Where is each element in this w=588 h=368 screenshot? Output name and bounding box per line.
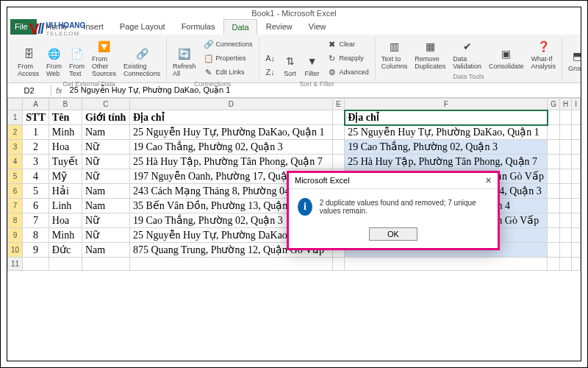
cell[interactable]: 5 — [23, 184, 49, 199]
what-if-button[interactable]: ❓What-If Analysis — [530, 38, 558, 71]
connections-button[interactable]: 🔗Connections — [202, 38, 254, 51]
cell[interactable] — [345, 258, 548, 271]
cell[interactable] — [548, 140, 560, 155]
col-C[interactable]: C — [82, 99, 129, 110]
cell[interactable] — [572, 140, 581, 155]
cell[interactable] — [82, 258, 129, 271]
filter-button[interactable]: ▼Filter — [304, 52, 321, 79]
row-1-header[interactable]: 1 — [8, 110, 23, 125]
cell[interactable]: 4 — [23, 169, 49, 184]
cell[interactable]: Nữ — [82, 155, 129, 169]
cell[interactable] — [572, 169, 581, 184]
cell[interactable] — [548, 258, 560, 271]
row-8-header[interactable]: 8 — [8, 213, 23, 228]
existing-connections-button[interactable]: 🔗Existing Connections — [122, 45, 162, 79]
text-to-columns-button[interactable]: ▥Text to Columns — [380, 38, 409, 71]
reapply-button[interactable]: ↻Reapply — [326, 52, 365, 65]
corner-cell[interactable] — [8, 99, 23, 110]
refresh-all-button[interactable]: 🔄Refresh All — [171, 45, 198, 79]
cell[interactable]: 7 — [23, 213, 49, 228]
cell[interactable]: Hải — [49, 184, 82, 199]
from-text-button[interactable]: 📄From Text — [68, 45, 86, 79]
cell[interactable]: Hoa — [49, 213, 82, 228]
row-3-header[interactable]: 3 — [8, 140, 23, 155]
cell[interactable]: Nam — [82, 243, 129, 258]
cell[interactable] — [559, 155, 571, 169]
cell[interactable]: 1 — [23, 125, 49, 140]
from-access-button[interactable]: 🗄From Access — [16, 45, 40, 79]
cell[interactable] — [559, 228, 571, 243]
cell[interactable]: Nam — [82, 125, 129, 140]
row-10-header[interactable]: 10 — [8, 243, 23, 258]
cell[interactable]: Địa chỉ — [345, 110, 548, 125]
cell[interactable] — [332, 110, 344, 125]
row-6-header[interactable]: 6 — [8, 184, 23, 199]
cell[interactable] — [572, 199, 581, 213]
cell[interactable] — [548, 155, 560, 169]
cell[interactable] — [548, 243, 560, 258]
col-D[interactable]: D — [129, 99, 332, 110]
sort-desc-button[interactable]: Z↓ — [264, 66, 277, 79]
cell[interactable]: Mỹ — [49, 169, 82, 184]
properties-button[interactable]: 📋Properties — [202, 52, 248, 65]
cell[interactable] — [559, 184, 571, 199]
cell[interactable]: Minh — [49, 125, 82, 140]
cell[interactable] — [559, 140, 571, 155]
cell[interactable] — [572, 243, 581, 258]
tab-data[interactable]: Data — [223, 19, 257, 35]
cell[interactable] — [572, 258, 581, 271]
cell[interactable] — [548, 213, 560, 228]
cell[interactable] — [332, 258, 344, 271]
row-4-header[interactable]: 4 — [8, 155, 23, 169]
cell[interactable] — [572, 213, 581, 228]
tab-page-layout[interactable]: Page Layout — [112, 19, 173, 35]
cell[interactable]: Nữ — [82, 169, 129, 184]
cell[interactable] — [548, 184, 560, 199]
cell[interactable]: 2 — [23, 140, 49, 155]
col-E[interactable]: E — [332, 99, 344, 110]
edit-links-button[interactable]: ✎Edit Links — [202, 66, 246, 79]
row-2-header[interactable]: 2 — [8, 125, 23, 140]
cell[interactable]: Nữ — [82, 228, 129, 243]
cell[interactable] — [548, 110, 560, 125]
row-7-header[interactable]: 7 — [8, 199, 23, 213]
cell[interactable] — [559, 110, 571, 125]
cell[interactable]: 19 Cao Thắng, Phường 02, Quận 3 — [129, 140, 332, 155]
cell[interactable]: Hoa — [49, 140, 82, 155]
sort-asc-button[interactable]: A↓ — [264, 52, 277, 65]
cell[interactable] — [572, 228, 581, 243]
cell[interactable]: Nữ — [82, 213, 129, 228]
cell[interactable]: Giới tính — [82, 110, 129, 125]
cell[interactable]: Tuyết — [49, 155, 82, 169]
row-11-header[interactable]: 11 — [8, 258, 23, 271]
remove-duplicates-button[interactable]: ▦Remove Duplicates — [413, 38, 447, 71]
fx-label[interactable]: fx — [51, 86, 67, 95]
cell[interactable]: Đức — [49, 243, 82, 258]
cell[interactable] — [332, 125, 344, 140]
close-icon[interactable]: ✕ — [485, 176, 492, 185]
clear-button[interactable]: ✖Clear — [326, 38, 357, 51]
cell[interactable]: Minh — [49, 228, 82, 243]
cell[interactable] — [548, 228, 560, 243]
cell[interactable]: 25 Hà Huy Tập, Phường Tân Phong, Quận 7 — [345, 155, 548, 169]
col-H[interactable]: H — [559, 99, 571, 110]
cell[interactable] — [559, 125, 571, 140]
cell[interactable] — [559, 243, 571, 258]
cell[interactable]: Nam — [82, 184, 129, 199]
cell[interactable] — [572, 155, 581, 169]
name-box[interactable]: D2 — [7, 85, 51, 96]
sort-button[interactable]: ⇅Sort — [282, 52, 299, 79]
col-F[interactable]: F — [345, 99, 548, 110]
col-G[interactable]: G — [548, 99, 560, 110]
cell[interactable]: Địa chỉ — [129, 110, 332, 125]
cell[interactable]: 6 — [23, 199, 49, 213]
cell[interactable]: 3 — [23, 155, 49, 169]
cell[interactable] — [548, 199, 560, 213]
row-5-header[interactable]: 5 — [8, 169, 23, 184]
advanced-button[interactable]: ⚙Advanced — [326, 66, 370, 79]
from-web-button[interactable]: 🌐From Web — [45, 45, 63, 79]
cell[interactable] — [23, 258, 49, 271]
cell[interactable] — [559, 199, 571, 213]
cell[interactable] — [332, 155, 344, 169]
data-validation-button[interactable]: ✔Data Validation — [451, 38, 483, 71]
